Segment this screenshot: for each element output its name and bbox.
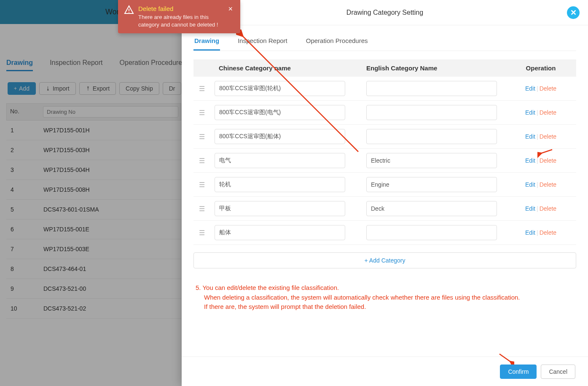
operation-cell: Edit|Delete (505, 205, 576, 212)
drag-handle-icon[interactable]: ☰ (193, 157, 210, 165)
delete-link[interactable]: Delete (540, 133, 556, 140)
delete-link[interactable]: Delete (540, 85, 556, 92)
operation-cell: Edit|Delete (505, 157, 576, 164)
edit-link[interactable]: Edit (525, 133, 535, 140)
category-row: ☰Edit|Delete (193, 149, 576, 173)
annotation-line2: When deleting a classification, the syst… (196, 293, 576, 303)
delete-failed-toast: Delete failed There are already files in… (118, 0, 240, 33)
edit-link[interactable]: Edit (525, 205, 535, 212)
english-name-input[interactable] (366, 81, 497, 96)
chinese-name-input[interactable] (215, 153, 345, 168)
cancel-button[interactable]: Cancel (541, 365, 575, 379)
add-category-button[interactable]: + Add Category (193, 252, 576, 268)
chinese-name-input[interactable] (215, 177, 345, 192)
chinese-name-input[interactable] (215, 201, 345, 216)
drag-handle-icon[interactable]: ☰ (193, 109, 210, 117)
chinese-name-input[interactable] (215, 129, 345, 144)
chinese-name-input[interactable] (215, 225, 345, 240)
chinese-name-input[interactable] (215, 81, 345, 96)
category-setting-modal: Drawing Category Setting ✕ Drawing Inspe… (182, 0, 588, 386)
category-table-header: Chinese Category name English Category N… (193, 59, 576, 77)
english-name-input[interactable] (366, 225, 497, 240)
edit-link[interactable]: Edit (525, 109, 535, 116)
confirm-button[interactable]: Confirm (500, 365, 537, 379)
toast-close-icon[interactable]: × (226, 5, 234, 28)
delete-link[interactable]: Delete (540, 109, 556, 116)
category-row: ☰Edit|Delete (193, 125, 576, 149)
modal-title: Drawing Category Setting (346, 9, 423, 16)
category-row: ☰Edit|Delete (193, 221, 576, 245)
modal-tab-drawing[interactable]: Drawing (193, 34, 220, 51)
drag-handle-icon[interactable]: ☰ (193, 229, 210, 237)
warning-icon (124, 5, 134, 15)
drag-handle-icon[interactable]: ☰ (193, 205, 210, 213)
operation-cell: Edit|Delete (505, 85, 576, 92)
drag-handle-icon[interactable]: ☰ (193, 133, 210, 141)
category-row: ☰Edit|Delete (193, 77, 576, 101)
english-name-input[interactable] (366, 153, 497, 168)
toast-text: There are already files in this category… (138, 13, 222, 28)
toast-title: Delete failed (138, 5, 222, 12)
operation-cell: Edit|Delete (505, 109, 576, 116)
header-operation: Operation (505, 64, 576, 72)
category-row: ☰Edit|Delete (193, 197, 576, 221)
header-english-name: English Category Name (358, 64, 505, 72)
modal-tabs: Drawing Inspection Report Operation Proc… (193, 34, 576, 51)
toast-body: Delete failed There are already files in… (138, 5, 222, 28)
annotation-line3: If there are, the system will prompt tha… (196, 302, 576, 312)
header-chinese-name: Chinese Category name (210, 64, 358, 72)
english-name-input[interactable] (366, 129, 497, 144)
chinese-name-input[interactable] (215, 105, 345, 120)
english-name-input[interactable] (366, 201, 497, 216)
background-dim-overlay (0, 0, 182, 386)
operation-cell: Edit|Delete (505, 229, 576, 236)
annotation-text: 5. You can edit/delete the existing file… (193, 283, 576, 312)
category-row: ☰Edit|Delete (193, 173, 576, 197)
annotation-line1: 5. You can edit/delete the existing file… (196, 284, 339, 291)
modal-header: Drawing Category Setting ✕ (182, 0, 588, 25)
modal-tab-inspection[interactable]: Inspection Report (237, 34, 288, 51)
edit-link[interactable]: Edit (525, 181, 535, 188)
edit-link[interactable]: Edit (525, 229, 535, 236)
operation-cell: Edit|Delete (505, 181, 576, 188)
delete-link[interactable]: Delete (540, 229, 556, 236)
delete-link[interactable]: Delete (540, 157, 556, 164)
drag-handle-icon[interactable]: ☰ (193, 85, 210, 93)
english-name-input[interactable] (366, 177, 497, 192)
svg-point-1 (129, 12, 129, 13)
english-name-input[interactable] (366, 105, 497, 120)
edit-link[interactable]: Edit (525, 85, 535, 92)
modal-tab-operation[interactable]: Operation Procedures (305, 34, 369, 51)
modal-footer: Confirm Cancel (182, 357, 588, 386)
edit-link[interactable]: Edit (525, 157, 535, 164)
modal-body: Drawing Inspection Report Operation Proc… (182, 25, 588, 357)
close-icon[interactable]: ✕ (567, 6, 580, 19)
category-row: ☰Edit|Delete (193, 101, 576, 125)
delete-link[interactable]: Delete (540, 181, 556, 188)
drag-handle-icon[interactable]: ☰ (193, 181, 210, 189)
delete-link[interactable]: Delete (540, 205, 556, 212)
operation-cell: Edit|Delete (505, 133, 576, 140)
